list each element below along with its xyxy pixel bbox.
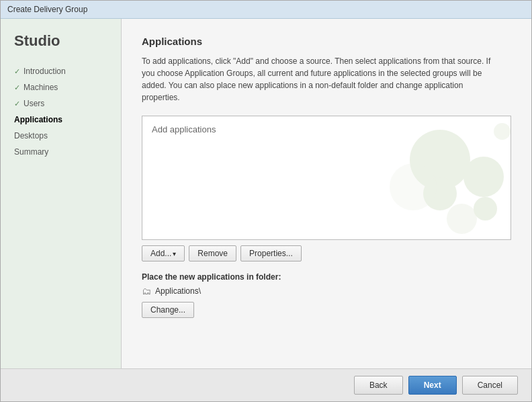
cancel-button[interactable]: Cancel bbox=[462, 376, 518, 395]
change-button-label: Change... bbox=[150, 305, 185, 315]
next-button-label: Next bbox=[424, 380, 441, 390]
properties-button[interactable]: Properties... bbox=[240, 245, 302, 262]
folder-path-row: 🗂 Applications\ bbox=[142, 286, 511, 296]
sidebar-item-applications[interactable]: Applications bbox=[1, 112, 121, 128]
dropdown-arrow-icon: ▾ bbox=[173, 250, 176, 257]
sidebar-item-label: Summary bbox=[14, 147, 48, 157]
change-folder-button[interactable]: Change... bbox=[142, 302, 194, 318]
sidebar-item-label: Applications bbox=[14, 115, 62, 124]
window: Create Delivery Group Studio ✓ Introduct… bbox=[0, 0, 532, 402]
back-button[interactable]: Back bbox=[354, 376, 403, 395]
sidebar-title: Studio bbox=[1, 32, 121, 63]
sidebar-item-label: Users bbox=[24, 99, 44, 108]
properties-button-label: Properties... bbox=[249, 249, 293, 258]
check-icon: ✓ bbox=[14, 67, 20, 76]
main-panel: Applications To add applications, click … bbox=[122, 19, 531, 368]
sidebar-item-machines[interactable]: ✓ Machines bbox=[1, 79, 121, 95]
footer: Back Next Cancel bbox=[1, 368, 531, 401]
add-button[interactable]: Add... ▾ bbox=[142, 245, 185, 262]
add-button-label: Add... bbox=[150, 249, 171, 258]
folder-icon: 🗂 bbox=[142, 286, 151, 296]
folder-path: Applications\ bbox=[155, 286, 201, 296]
window-title: Create Delivery Group bbox=[7, 5, 87, 14]
page-title: Applications bbox=[142, 36, 511, 47]
check-icon: ✓ bbox=[14, 83, 20, 92]
action-buttons: Add... ▾ Remove Properties... bbox=[142, 245, 511, 262]
folder-section: Place the new applications in folder: 🗂 … bbox=[142, 272, 511, 318]
sidebar-item-label: Machines bbox=[24, 83, 58, 92]
remove-button[interactable]: Remove bbox=[189, 245, 236, 262]
remove-button-label: Remove bbox=[197, 249, 228, 258]
description-text: To add applications, click "Add" and cho… bbox=[142, 55, 498, 104]
title-bar: Create Delivery Group bbox=[1, 1, 531, 19]
sidebar: Studio ✓ Introduction ✓ Machines ✓ Users… bbox=[1, 19, 122, 368]
check-icon: ✓ bbox=[14, 99, 20, 108]
cancel-button-label: Cancel bbox=[478, 380, 502, 390]
decoration bbox=[390, 116, 511, 239]
back-button-label: Back bbox=[369, 380, 388, 390]
sidebar-item-users[interactable]: ✓ Users bbox=[1, 95, 121, 112]
sidebar-item-label: Introduction bbox=[24, 67, 66, 76]
sidebar-item-summary[interactable]: Summary bbox=[1, 144, 121, 160]
next-button[interactable]: Next bbox=[408, 376, 457, 395]
sidebar-item-desktops[interactable]: Desktops bbox=[1, 128, 121, 144]
sidebar-item-label: Desktops bbox=[14, 131, 48, 140]
folder-label: Place the new applications in folder: bbox=[142, 272, 511, 282]
app-list-box: Add applications bbox=[142, 116, 511, 240]
sidebar-item-introduction[interactable]: ✓ Introduction bbox=[1, 63, 121, 79]
content-area: Studio ✓ Introduction ✓ Machines ✓ Users… bbox=[1, 19, 531, 368]
